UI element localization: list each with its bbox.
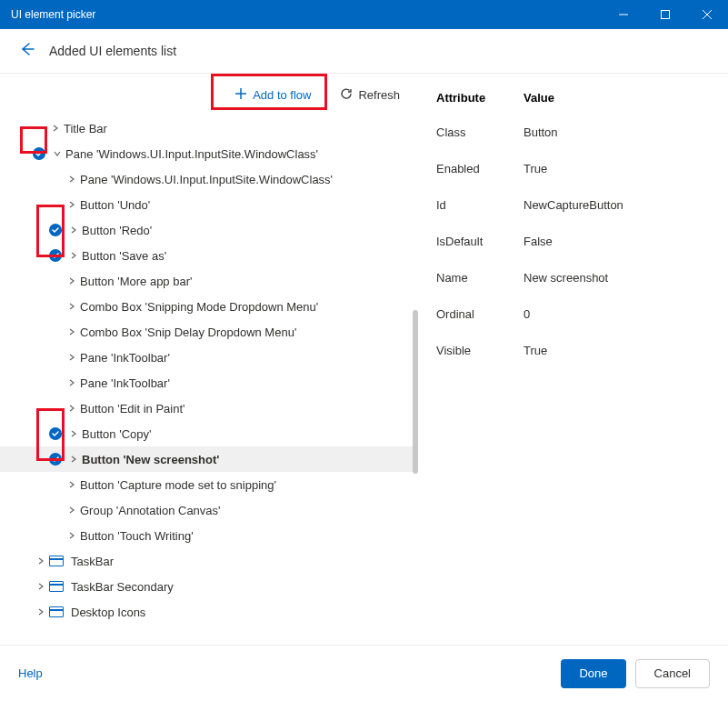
chevron-right-icon[interactable] — [67, 277, 76, 285]
tree-item[interactable]: Button 'Capture mode set to snipping' — [0, 472, 418, 497]
attr-header-val: Value — [524, 91, 710, 105]
tree-item[interactable]: Button 'New screenshot' — [0, 446, 418, 472]
tree-item-label: Button 'Capture mode set to snipping' — [80, 478, 276, 492]
tree-item[interactable]: TaskBar Secondary — [0, 574, 418, 599]
attribute-row: Ordinal0 — [436, 295, 710, 332]
tree-item-label: Pane 'InkToolbar' — [80, 376, 170, 390]
svg-rect-1 — [662, 11, 670, 19]
chevron-right-icon[interactable] — [36, 557, 45, 565]
chevron-right-icon[interactable] — [36, 608, 45, 616]
chevron-right-icon[interactable] — [69, 252, 78, 259]
toolbar: Add to flow Refresh — [0, 74, 418, 115]
tree-item[interactable]: Group 'Annotation Canvas' — [0, 497, 418, 523]
chevron-right-icon[interactable] — [67, 303, 76, 310]
scrollbar[interactable] — [413, 201, 418, 636]
tree-item[interactable]: Pane 'Windows.UI.Input.InputSite.WindowC… — [0, 141, 418, 166]
tree-item[interactable]: Button 'Edit in Paint' — [0, 396, 418, 421]
tree-item-label: Button 'Copy' — [82, 427, 152, 441]
attributes-panel: Attribute Value ClassButtonEnabledTrueId… — [418, 74, 728, 645]
close-button[interactable] — [686, 0, 728, 29]
plus-icon — [234, 87, 247, 103]
attribute-row: VisibleTrue — [436, 332, 710, 368]
tree-item[interactable]: Button 'Copy' — [0, 421, 418, 446]
chevron-right-icon[interactable] — [67, 506, 76, 514]
tree-item[interactable]: Button 'More app bar' — [0, 268, 418, 294]
maximize-button[interactable] — [644, 0, 686, 29]
chevron-right-icon[interactable] — [67, 175, 76, 183]
chevron-right-icon[interactable] — [69, 430, 78, 437]
tree-item-label: Button 'Touch Writing' — [80, 529, 194, 543]
attribute-key: Enabled — [436, 162, 524, 175]
footer: Help Done Cancel — [0, 645, 728, 701]
tree-item[interactable]: Button 'Touch Writing' — [0, 523, 418, 548]
chevron-right-icon[interactable] — [67, 481, 76, 488]
chevron-right-icon[interactable] — [67, 354, 76, 361]
tree-item[interactable]: Combo Box 'Snip Delay Dropdown Menu' — [0, 319, 418, 345]
tree-item-label: Combo Box 'Snipping Mode Dropdown Menu' — [80, 300, 318, 314]
tree-item[interactable]: Pane 'Windows.UI.Input.InputSite.WindowC… — [0, 166, 418, 192]
scrollbar-thumb[interactable] — [413, 310, 418, 474]
check-badge-icon — [49, 427, 62, 440]
attributes-header: Attribute Value — [436, 81, 710, 114]
add-to-flow-button[interactable]: Add to flow — [224, 82, 322, 108]
attribute-value: Button — [524, 125, 710, 139]
tree-item-label: TaskBar Secondary — [71, 580, 174, 594]
chevron-right-icon[interactable] — [67, 379, 76, 386]
refresh-icon — [340, 87, 353, 103]
tree-item[interactable]: Button 'Save as' — [0, 243, 418, 268]
attribute-value: NewCaptureButton — [524, 198, 710, 212]
attribute-row: EnabledTrue — [436, 150, 710, 186]
chevron-right-icon[interactable] — [67, 201, 76, 208]
tree-item-label: Pane 'Windows.UI.Input.InputSite.WindowC… — [80, 173, 333, 186]
attribute-key: Id — [436, 198, 524, 212]
tree-item-label: Button 'Redo' — [82, 224, 152, 237]
tree-item-label: Button 'Undo' — [80, 198, 150, 212]
tree-item-label: Title Bar — [64, 122, 107, 135]
attribute-row: NameNew screenshot — [436, 259, 710, 295]
attribute-key: Name — [436, 271, 524, 285]
attribute-value: False — [524, 235, 710, 248]
tree-item[interactable]: Combo Box 'Snipping Mode Dropdown Menu' — [0, 294, 418, 319]
refresh-label: Refresh — [358, 88, 400, 102]
tree-item-label: Pane 'Windows.UI.Input.InputSite.WindowC… — [65, 147, 318, 161]
element-tree[interactable]: Title BarPane 'Windows.UI.Input.InputSit… — [0, 115, 418, 645]
chevron-right-icon[interactable] — [69, 456, 78, 463]
chevron-right-icon[interactable] — [36, 583, 45, 590]
chevron-down-icon[interactable] — [53, 150, 62, 157]
minimize-button[interactable] — [603, 0, 644, 29]
tree-item[interactable]: TaskBar — [0, 548, 418, 574]
add-to-flow-label: Add to flow — [253, 88, 311, 102]
page-title: Added UI elements list — [49, 44, 176, 58]
check-badge-icon — [49, 249, 62, 262]
attribute-value: True — [524, 344, 710, 357]
check-badge-icon — [49, 224, 62, 236]
chevron-right-icon[interactable] — [67, 532, 76, 539]
chevron-right-icon[interactable] — [69, 226, 78, 234]
chevron-right-icon[interactable] — [67, 405, 76, 412]
tree-item[interactable]: Button 'Undo' — [0, 192, 418, 217]
help-link[interactable]: Help — [18, 666, 43, 680]
tree-item[interactable]: Pane 'InkToolbar' — [0, 345, 418, 370]
tree-item-label: Button 'New screenshot' — [82, 453, 219, 466]
tree-item-label: Button 'More app bar' — [80, 275, 192, 288]
tree-item[interactable]: Pane 'InkToolbar' — [0, 370, 418, 396]
attribute-row: IdNewCaptureButton — [436, 186, 710, 223]
tree-item-label: Button 'Save as' — [82, 249, 166, 263]
back-arrow-icon[interactable] — [18, 41, 35, 61]
chevron-right-icon[interactable] — [51, 125, 60, 132]
tree-item[interactable]: Desktop Icons — [0, 599, 418, 625]
cancel-button[interactable]: Cancel — [635, 659, 710, 688]
done-button[interactable]: Done — [561, 659, 625, 688]
chevron-right-icon[interactable] — [67, 328, 76, 335]
tree-item-label: Desktop Icons — [71, 606, 145, 619]
header: Added UI elements list — [0, 29, 728, 73]
check-badge-icon — [49, 453, 62, 466]
attribute-value: New screenshot — [524, 271, 710, 285]
window-title: UI element picker — [11, 8, 603, 21]
tree-item[interactable]: Button 'Redo' — [0, 217, 418, 243]
attribute-value: 0 — [524, 307, 710, 321]
window-icon — [49, 556, 64, 566]
tree-item[interactable]: Title Bar — [0, 115, 418, 141]
refresh-button[interactable]: Refresh — [333, 82, 407, 108]
check-badge-icon — [33, 147, 45, 160]
